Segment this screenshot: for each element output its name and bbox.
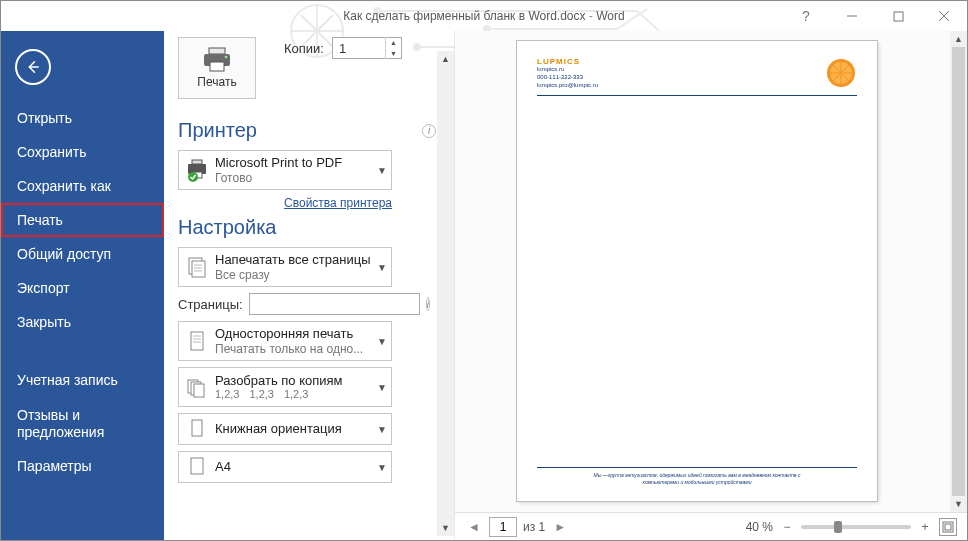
- svg-rect-37: [945, 524, 951, 530]
- sidebar-item-share[interactable]: Общий доступ: [1, 237, 164, 271]
- back-button[interactable]: [15, 49, 51, 85]
- svg-rect-21: [191, 332, 203, 350]
- scroll-up[interactable]: ▲: [437, 51, 454, 67]
- sidebar-item-export[interactable]: Экспорт: [1, 271, 164, 305]
- settings-scrollbar[interactable]: ▲ ▼: [437, 51, 454, 536]
- titlebar: Как сделать фирменный бланк в Word.docx …: [1, 1, 967, 31]
- app-window: Как сделать фирменный бланк в Word.docx …: [0, 0, 968, 541]
- window-title: Как сделать фирменный бланк в Word.docx …: [343, 9, 624, 23]
- orange-slice-logo-icon: [825, 57, 857, 89]
- printer-status: Готово: [215, 171, 373, 185]
- chevron-down-icon: ▼: [373, 462, 391, 473]
- printer-status-icon: [179, 158, 215, 182]
- svg-rect-28: [192, 420, 202, 436]
- app-name: Word: [596, 9, 624, 23]
- next-page-button[interactable]: ►: [551, 518, 569, 536]
- help-button[interactable]: ?: [783, 1, 829, 31]
- sidebar-item-save[interactable]: Сохранить: [1, 135, 164, 169]
- scroll-up[interactable]: ▲: [950, 31, 967, 47]
- arrow-left-icon: [24, 58, 42, 76]
- svg-rect-13: [192, 160, 202, 164]
- letterhead-footer: Мы —группа энтузиастов, одержимых идеей …: [537, 467, 857, 485]
- scroll-down[interactable]: ▼: [950, 496, 967, 512]
- brand-site: lumpics.ru: [537, 66, 598, 74]
- collate-icon: [179, 375, 215, 399]
- svg-point-11: [225, 56, 228, 59]
- svg-rect-29: [191, 458, 203, 474]
- info-icon[interactable]: i: [426, 297, 430, 311]
- printer-properties-link[interactable]: Свойства принтера: [178, 196, 392, 210]
- paper-size-combo[interactable]: A4 ▼: [178, 451, 392, 483]
- copies-row: Копии: 1 ▲ ▼: [284, 37, 402, 59]
- sidebar-item-print[interactable]: Печать: [1, 203, 164, 237]
- zoom-slider[interactable]: [801, 525, 911, 529]
- sidebar-item-saveas[interactable]: Сохранить как: [1, 169, 164, 203]
- preview-canvas: LUPMICS lumpics.ru 000-111-222-333 lumpi…: [455, 31, 967, 512]
- scroll-down[interactable]: ▼: [437, 520, 454, 536]
- body: Открыть Сохранить Сохранить как Печать О…: [1, 31, 967, 540]
- copies-down[interactable]: ▼: [386, 48, 401, 59]
- maximize-icon: [893, 11, 904, 22]
- chevron-down-icon: ▼: [373, 336, 391, 347]
- copies-input[interactable]: 1 ▲ ▼: [332, 37, 402, 59]
- page-of-label: из 1: [523, 520, 545, 534]
- orientation-combo[interactable]: Книжная ориентация ▼: [178, 413, 392, 445]
- sidebar-item-options[interactable]: Параметры: [1, 449, 164, 483]
- pages-label: Страницы:: [178, 297, 243, 312]
- window-controls: ?: [783, 1, 967, 31]
- zoom-percent: 40 %: [746, 520, 773, 534]
- print-preview-area: LUPMICS lumpics.ru 000-111-222-333 lumpi…: [454, 31, 967, 540]
- maximize-button[interactable]: [875, 1, 921, 31]
- brand-email: lumpics.pro@lumpic.ru: [537, 82, 598, 90]
- brand-phone: 000-111-222-333: [537, 74, 598, 82]
- paper-icon: [179, 455, 215, 479]
- prev-page-button[interactable]: ◄: [465, 518, 483, 536]
- scroll-thumb[interactable]: [952, 47, 965, 496]
- sidebar-item-account[interactable]: Учетная запись: [1, 363, 164, 398]
- document-title: Как сделать фирменный бланк в Word.docx: [343, 9, 585, 23]
- pages-row: Страницы: i: [178, 293, 392, 315]
- brand-name: LUPMICS: [537, 57, 598, 66]
- letterhead-header: LUPMICS lumpics.ru 000-111-222-333 lumpi…: [537, 57, 857, 96]
- print-button[interactable]: Печать: [178, 37, 256, 99]
- pages-stack-icon: [179, 255, 215, 279]
- print-settings-panel: Печать Копии: 1 ▲ ▼ Прин: [164, 31, 454, 540]
- pages-input[interactable]: [249, 293, 420, 315]
- copies-label: Копии:: [284, 41, 324, 56]
- sidebar-item-closefile[interactable]: Закрыть: [1, 305, 164, 339]
- backstage-sidebar: Открыть Сохранить Сохранить как Печать О…: [1, 31, 164, 540]
- single-side-icon: [179, 329, 215, 353]
- copies-up[interactable]: ▲: [386, 37, 401, 48]
- preview-scrollbar[interactable]: ▲ ▼: [950, 31, 967, 512]
- printer-heading: Принтер i: [178, 119, 454, 142]
- fit-icon: [942, 521, 954, 533]
- close-button[interactable]: [921, 1, 967, 31]
- chevron-down-icon: ▼: [373, 382, 391, 393]
- svg-rect-17: [192, 261, 205, 277]
- svg-rect-10: [210, 62, 224, 71]
- settings-heading: Настройка: [178, 216, 454, 239]
- printer-name: Microsoft Print to PDF: [215, 155, 373, 171]
- minimize-button[interactable]: [829, 1, 875, 31]
- preview-page: LUPMICS lumpics.ru 000-111-222-333 lumpi…: [517, 41, 877, 501]
- zoom-out-button[interactable]: −: [779, 520, 795, 534]
- duplex-combo[interactable]: Односторонняя печать Печатать только на …: [178, 321, 392, 361]
- chevron-down-icon: ▼: [373, 424, 391, 435]
- printer-combo[interactable]: Microsoft Print to PDF Готово ▼: [178, 150, 392, 190]
- print-range-combo[interactable]: Напечатать все страницы Все сразу ▼: [178, 247, 392, 287]
- svg-rect-5: [894, 12, 903, 21]
- copies-value: 1: [333, 41, 385, 56]
- svg-rect-8: [209, 48, 225, 54]
- sidebar-item-open[interactable]: Открыть: [1, 101, 164, 135]
- sidebar-item-feedback[interactable]: Отзывы и предложения: [1, 398, 164, 450]
- preview-statusbar: ◄ из 1 ► 40 % − +: [455, 512, 967, 540]
- svg-point-15: [188, 172, 198, 182]
- zoom-in-button[interactable]: +: [917, 520, 933, 534]
- minimize-icon: [846, 10, 858, 22]
- collate-combo[interactable]: Разобрать по копиям 1,2,3 1,2,3 1,2,3 ▼: [178, 367, 392, 407]
- info-icon[interactable]: i: [422, 124, 436, 138]
- current-page-input[interactable]: [489, 517, 517, 537]
- fit-to-window-button[interactable]: [939, 518, 957, 536]
- center-pane: Печать Копии: 1 ▲ ▼ Прин: [164, 31, 967, 540]
- zoom-thumb[interactable]: [834, 521, 842, 533]
